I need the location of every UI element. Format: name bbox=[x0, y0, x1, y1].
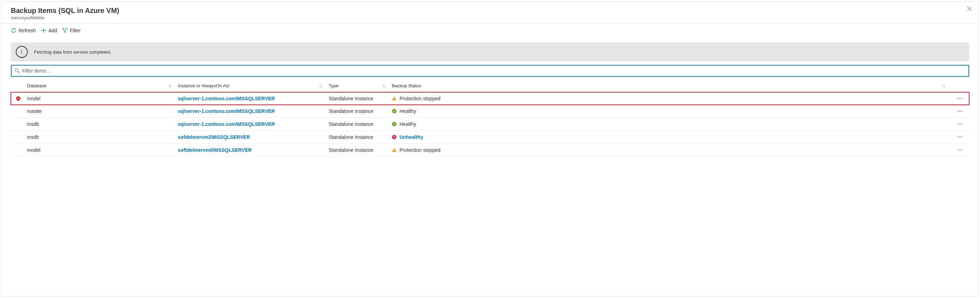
table-row: modelsqlserver-1.contoso.com\MSSQLSERVER… bbox=[11, 92, 969, 105]
svg-rect-2 bbox=[17, 98, 20, 99]
instance-link[interactable]: sqlserver-1.contoso.com\MSSQLSERVER bbox=[178, 121, 329, 127]
instance-link[interactable]: softdelmervm6\MSSQLSERVER bbox=[178, 147, 329, 153]
search-icon bbox=[14, 68, 20, 74]
filter-input[interactable] bbox=[20, 67, 966, 74]
refresh-button[interactable]: Refresh bbox=[11, 27, 36, 34]
close-button[interactable] bbox=[967, 6, 972, 12]
database-cell: master bbox=[27, 108, 178, 114]
blade-header: Backup Items (SQL in Azure VM) mercuryso… bbox=[2, 2, 978, 24]
unhealthy-icon bbox=[392, 135, 397, 139]
type-cell: Standalone Instance bbox=[329, 134, 392, 140]
status-cell: Healthy bbox=[392, 108, 951, 114]
type-cell: Standalone Instance bbox=[329, 147, 392, 153]
info-bar: i Fetching data from service completed. bbox=[11, 43, 969, 61]
svg-point-5 bbox=[392, 109, 396, 113]
healthy-icon bbox=[392, 122, 397, 127]
table-row: msdbsofdelmervm2\MSSQLSERVERStandalone I… bbox=[11, 131, 969, 144]
row-actions-button[interactable]: ··· bbox=[951, 134, 969, 140]
status-text: Healthy bbox=[399, 121, 416, 127]
filter-button[interactable]: Filter bbox=[62, 27, 81, 34]
warning-icon bbox=[392, 96, 397, 101]
table-row: msdbsqlserver-1.contoso.com\MSSQLSERVERS… bbox=[11, 118, 969, 131]
status-text: Healthy bbox=[399, 108, 416, 114]
instance-link[interactable]: sqlserver-1.contoso.com\MSSQLSERVER bbox=[178, 96, 329, 101]
column-label: Database bbox=[27, 83, 47, 88]
sort-icon: ↑↓ bbox=[319, 84, 321, 88]
table-row: modelsoftdelmervm6\MSSQLSERVERStandalone… bbox=[11, 144, 969, 157]
sort-icon: ↑↓ bbox=[382, 84, 385, 88]
row-actions-button[interactable]: ··· bbox=[951, 96, 969, 101]
page-title: Backup Items (SQL in Azure VM) bbox=[11, 7, 971, 15]
status-text: Protection stopped bbox=[399, 96, 441, 101]
svg-point-6 bbox=[392, 122, 396, 126]
column-status[interactable]: Backup Status ↑↓ bbox=[392, 83, 951, 88]
status-cell: Healthy bbox=[392, 121, 951, 127]
type-cell: Standalone Instance bbox=[329, 108, 392, 114]
database-cell: msdb bbox=[27, 134, 178, 140]
filter-label: Filter bbox=[70, 28, 81, 33]
svg-rect-8 bbox=[394, 149, 394, 151]
column-label: Instance or AlwaysOn AG bbox=[178, 83, 229, 88]
healthy-icon bbox=[392, 109, 397, 114]
type-cell: Standalone Instance bbox=[329, 121, 392, 127]
table-header: Database ↑↓ Instance or AlwaysOn AG ↑↓ T… bbox=[11, 79, 969, 92]
filter-box[interactable] bbox=[11, 65, 969, 77]
close-icon bbox=[967, 6, 972, 11]
sort-icon: ↑↓ bbox=[942, 84, 945, 88]
info-message: Fetching data from service completed. bbox=[34, 49, 111, 55]
refresh-icon bbox=[11, 28, 16, 33]
instance-link[interactable]: sofdelmervm2\MSSQLSERVER bbox=[178, 134, 329, 140]
status-cell: Protection stopped bbox=[392, 96, 951, 101]
refresh-label: Refresh bbox=[19, 28, 36, 33]
warning-icon bbox=[392, 147, 397, 152]
column-instance[interactable]: Instance or AlwaysOn AG ↑↓ bbox=[178, 83, 329, 88]
status-text: Protection stopped bbox=[399, 147, 441, 153]
svg-rect-4 bbox=[394, 100, 394, 100]
instance-link[interactable]: sqlserver-1.contoso.com\MSSQLSERVER bbox=[178, 108, 329, 114]
type-cell: Standalone Instance bbox=[329, 96, 392, 101]
row-status-icon bbox=[11, 96, 27, 101]
database-cell: model bbox=[27, 147, 178, 153]
add-button[interactable]: Add bbox=[41, 27, 57, 34]
add-label: Add bbox=[48, 28, 57, 33]
row-actions-button[interactable]: ··· bbox=[951, 121, 969, 127]
table-row: mastersqlserver-1.contoso.com\MSSQLSERVE… bbox=[11, 105, 969, 118]
status-cell[interactable]: Unhealthy bbox=[392, 134, 951, 140]
sort-icon: ↑↓ bbox=[169, 84, 171, 88]
row-actions-button[interactable]: ··· bbox=[951, 147, 969, 153]
svg-point-0 bbox=[15, 69, 18, 72]
column-database[interactable]: Database ↑↓ bbox=[27, 83, 178, 88]
toolbar: Refresh Add Filter bbox=[2, 24, 978, 38]
column-type[interactable]: Type ↑↓ bbox=[329, 83, 392, 88]
svg-rect-3 bbox=[394, 97, 394, 99]
column-label: Backup Status bbox=[392, 83, 421, 88]
row-actions-button[interactable]: ··· bbox=[951, 108, 969, 114]
database-cell: msdb bbox=[27, 121, 178, 127]
add-icon bbox=[41, 28, 46, 33]
database-cell: model bbox=[27, 96, 178, 101]
backup-items-table: Database ↑↓ Instance or AlwaysOn AG ↑↓ T… bbox=[11, 79, 969, 157]
filter-icon bbox=[62, 28, 68, 33]
status-text: Unhealthy bbox=[399, 134, 423, 140]
info-icon: i bbox=[16, 46, 28, 58]
page-subtitle: mercurysoftdelete bbox=[11, 16, 971, 20]
column-label: Type bbox=[329, 83, 339, 88]
status-cell: Protection stopped bbox=[392, 147, 951, 153]
